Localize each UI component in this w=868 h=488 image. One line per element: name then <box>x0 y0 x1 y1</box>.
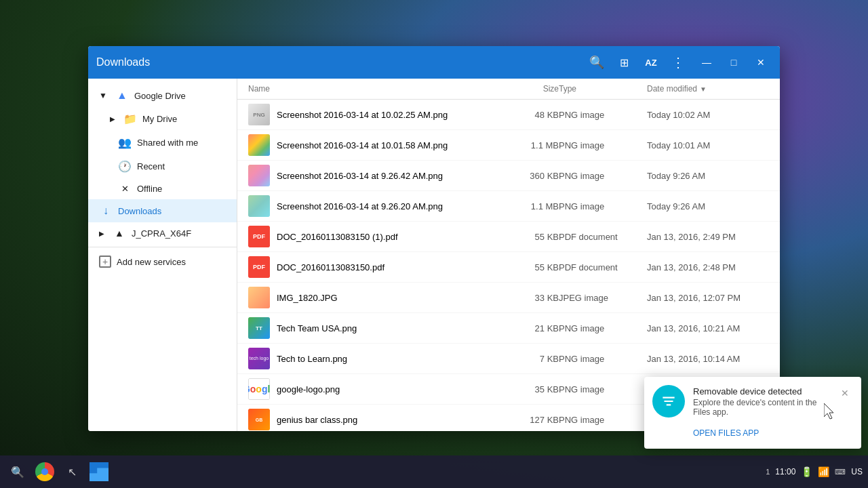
file-size: 55 KB <box>505 232 559 242</box>
taskbar-chrome-button[interactable] <box>33 460 57 484</box>
col-type-header[interactable]: Type <box>559 84 647 94</box>
chevron-right-icon-2: ▶ <box>99 230 104 237</box>
taskbar: 🔍 ↖ 1 11:00 🔋 📶 ⌨ US <box>0 455 868 488</box>
sidebar-label-recent: Recent <box>137 161 165 171</box>
sidebar-label-offline: Offline <box>137 184 162 194</box>
notification-popup: Removable device detected Explore the de… <box>644 377 861 449</box>
taskbar-keyboard-icon: ⌨ <box>835 468 846 476</box>
file-size: 7 KB <box>505 354 559 364</box>
sidebar-item-recent[interactable]: 🕐 Recent <box>88 155 237 178</box>
sidebar-item-downloads[interactable]: ↓ Downloads <box>88 199 237 222</box>
file-date: Jan 13, 2016, 12:07 PM <box>647 293 769 303</box>
file-size: 127 KB <box>505 415 559 425</box>
chrome-icon <box>35 462 54 481</box>
sidebar-label-my-drive: My Drive <box>142 114 177 124</box>
table-row[interactable]: Screenshot 2016-03-14 at 10.01.58 AM.png… <box>237 130 780 161</box>
close-icon: ✕ <box>757 57 765 68</box>
notification-device-icon <box>652 385 685 418</box>
notification-title: Removable device detected <box>693 386 829 396</box>
file-thumbnail: PDF <box>248 226 270 247</box>
sidebar-divider <box>88 247 237 247</box>
file-name: DOC_20160113083150 (1).pdf <box>277 232 398 242</box>
file-type: PNG image <box>559 140 647 150</box>
window-title: Downloads <box>96 56 585 68</box>
more-options-button[interactable]: ⋮ <box>666 50 690 75</box>
file-size: 1.1 MB <box>505 140 559 150</box>
col-date-label: Date modified <box>647 84 697 94</box>
file-thumbnail <box>248 195 270 217</box>
file-size: 360 KB <box>505 171 559 181</box>
taskbar-files-button[interactable] <box>87 460 111 484</box>
sidebar-label-add-services: Add new services <box>117 257 186 267</box>
file-name: Screenshot 2016-03-14 at 9.26.20 AM.png <box>277 201 443 211</box>
usb-icon: ▲ <box>113 228 126 239</box>
col-size-label: Size <box>543 84 559 94</box>
sidebar-label-shared-with-me: Shared with me <box>137 138 198 148</box>
table-row[interactable]: PNG Screenshot 2016-03-14 at 10.02.25 AM… <box>237 100 780 130</box>
sidebar-item-j-cpra[interactable]: ▶ ▲ J_CPRA_X64F <box>88 222 237 244</box>
toolbar-icons: 🔍 ⊞ AZ ⋮ <box>585 50 690 75</box>
shared-icon: 👥 <box>118 136 132 149</box>
downloads-icon: ↓ <box>99 205 113 217</box>
col-type-label: Type <box>559 84 576 94</box>
recent-icon: 🕐 <box>118 160 132 173</box>
sidebar-label-downloads: Downloads <box>118 206 161 216</box>
notification-close-button[interactable]: ✕ <box>837 385 853 401</box>
sidebar-item-add-services[interactable]: + Add new services <box>88 250 237 273</box>
sort-button[interactable]: AZ <box>639 50 663 75</box>
col-size-header[interactable]: Size <box>505 84 559 94</box>
close-button[interactable]: ✕ <box>750 52 772 73</box>
table-row[interactable]: PDF DOC_20160113083150.pdf 55 KB PDF doc… <box>237 252 780 283</box>
grid-view-button[interactable]: ⊞ <box>612 50 636 75</box>
sort-arrow-icon: ▼ <box>700 85 707 93</box>
file-name: Tech Team USA.png <box>277 323 357 333</box>
sidebar-item-my-drive[interactable]: ▶ 📁 My Drive <box>88 107 237 131</box>
table-row[interactable]: Screenshot 2016-03-14 at 9.26.20 AM.png … <box>237 191 780 222</box>
more-icon: ⋮ <box>671 54 685 70</box>
file-date: Jan 13, 2016, 2:49 PM <box>647 232 769 242</box>
file-date: Jan 13, 2016, 10:21 AM <box>647 323 769 333</box>
file-type: PDF document <box>559 262 647 272</box>
table-row[interactable]: IMG_1820.JPG 33 KB JPEG image Jan 13, 20… <box>237 283 780 313</box>
file-name: Screenshot 2016-03-14 at 9.26.42 AM.png <box>277 171 443 181</box>
sidebar-item-offline[interactable]: ✕ Offline <box>88 178 237 199</box>
drive-icon: ▲ <box>115 89 129 102</box>
col-name-header[interactable]: Name <box>248 84 505 94</box>
taskbar-search-button[interactable]: 🔍 <box>5 460 30 484</box>
minimize-button[interactable]: — <box>696 52 717 73</box>
maximize-button[interactable]: □ <box>723 52 745 73</box>
file-name: Tech to Learn.png <box>277 354 347 364</box>
add-icon: + <box>99 256 111 268</box>
minimize-icon: — <box>702 57 711 68</box>
table-row[interactable]: tech logo Tech to Learn.png 7 KB PNG ima… <box>237 344 780 374</box>
file-date: Today 10:02 AM <box>647 110 769 120</box>
column-header: Name Size Type Date modified ▼ <box>237 79 780 100</box>
files-icon <box>90 462 108 481</box>
file-type: PNG image <box>559 415 647 425</box>
file-type: PNG image <box>559 110 647 120</box>
file-name: Screenshot 2016-03-14 at 10.01.58 AM.png <box>277 140 448 150</box>
table-row[interactable]: PDF DOC_20160113083150 (1).pdf 55 KB PDF… <box>237 222 780 252</box>
file-size: 21 KB <box>505 323 559 333</box>
search-button[interactable]: 🔍 <box>585 50 609 75</box>
file-thumbnail: PDF <box>248 256 270 278</box>
pdf-icon: PDF <box>248 256 270 278</box>
file-type: JPEG image <box>559 293 647 303</box>
taskbar-cursor-area: ↖ <box>60 460 84 484</box>
file-date: Today 9:26 AM <box>647 201 769 211</box>
folder-icon: 📁 <box>123 113 137 125</box>
notification-actions: Open Files app <box>644 423 861 449</box>
pdf-icon: PDF <box>248 226 270 247</box>
file-size: 35 KB <box>505 384 559 394</box>
sort-icon: AZ <box>645 58 656 68</box>
sidebar-item-google-drive[interactable]: ▼ ▲ Google Drive <box>88 84 237 107</box>
table-row[interactable]: TT Tech Team USA.png 21 KB PNG image Jan… <box>237 313 780 344</box>
open-files-app-button[interactable]: Open Files app <box>693 426 759 441</box>
search-icon: 🔍 <box>589 55 604 70</box>
col-date-header[interactable]: Date modified ▼ <box>647 84 769 94</box>
table-row[interactable]: Screenshot 2016-03-14 at 9.26.42 AM.png … <box>237 161 780 191</box>
file-date: Today 10:01 AM <box>647 140 769 150</box>
taskbar-user[interactable]: US <box>851 467 863 476</box>
sidebar-item-shared-with-me[interactable]: 👥 Shared with me <box>88 131 237 155</box>
file-thumbnail: tech logo <box>248 348 270 369</box>
